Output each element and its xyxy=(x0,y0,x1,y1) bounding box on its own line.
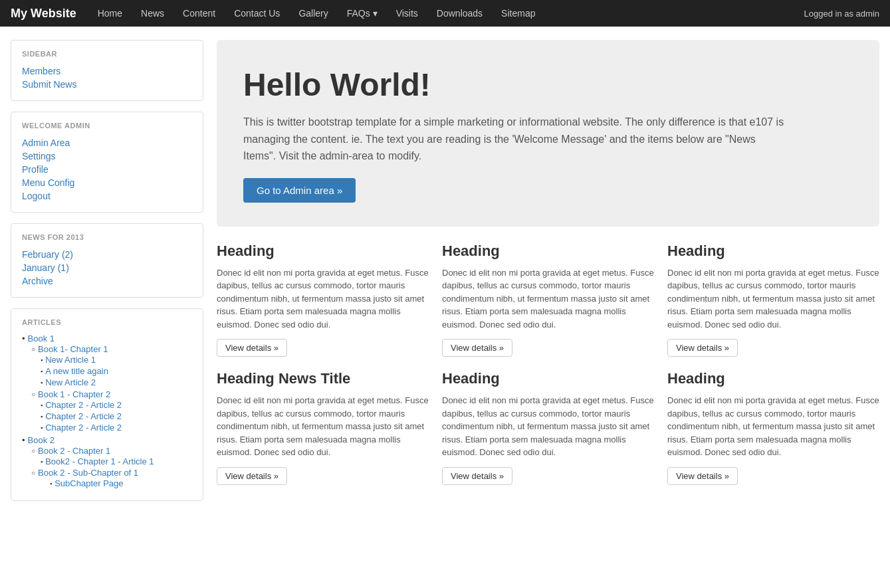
card-1-text: Donec id elit non mi porta gravida at eg… xyxy=(217,266,429,332)
sidebar-link-profile[interactable]: Profile xyxy=(22,163,192,176)
jumbotron: Hello World! This is twitter bootstrap t… xyxy=(217,40,879,227)
page-wrapper: SIDEBAR Members Submit News WELCOME ADMI… xyxy=(0,27,890,514)
tree-chapter-2-1-sub: Book 2 - Sub-Chapter of 1 xyxy=(22,468,192,478)
card-3-text: Donec id elit non mi porta gravida at eg… xyxy=(667,266,879,332)
card-4-text: Donec id elit non mi porta gravida at eg… xyxy=(217,394,429,459)
tree-article-ch2-1: Chapter 2 - Article 2 xyxy=(22,400,192,410)
sidebar-box-news: NEWS FOR 2013 February (2) January (1) A… xyxy=(11,223,203,298)
navbar-brand[interactable]: My Website xyxy=(11,7,76,21)
card-3-heading: Heading xyxy=(667,243,879,260)
tree-chapter-2-1: Book 2 - Chapter 1 xyxy=(22,446,192,456)
nav-item-home[interactable]: Home xyxy=(90,1,130,25)
sidebar-box-title-admin: WELCOME ADMIN xyxy=(22,122,192,130)
jumbotron-heading: Hello World! xyxy=(243,66,853,103)
tree-link-ch2-article-3[interactable]: Chapter 2 - Article 2 xyxy=(45,423,122,433)
card-6-button[interactable]: View details » xyxy=(667,467,738,485)
navbar: My Website Home News Content Contact Us … xyxy=(0,0,890,27)
tree-link-new-title-again[interactable]: A new title again xyxy=(45,366,108,376)
sidebar: SIDEBAR Members Submit News WELCOME ADMI… xyxy=(11,40,203,501)
tree-link-chapter-2-1[interactable]: Book 2 - Chapter 1 xyxy=(38,446,110,456)
tree-book-1: Book 1 xyxy=(22,334,192,343)
card-6-heading: Heading xyxy=(667,370,879,387)
nav-item-contact[interactable]: Contact Us xyxy=(226,1,288,25)
card-1-button[interactable]: View details » xyxy=(217,339,287,357)
jumbotron-description: This is twitter bootstrap template for a… xyxy=(243,114,788,165)
tree-link-chapter-1-2[interactable]: Book 1 - Chapter 2 xyxy=(38,389,110,399)
tree-article-ch2-3: Chapter 2 - Article 2 xyxy=(22,423,192,433)
sidebar-box-title-articles: ARTICLES xyxy=(22,318,192,326)
sidebar-box-sidebar: SIDEBAR Members Submit News xyxy=(11,40,203,101)
nav-item-visits[interactable]: Visits xyxy=(388,1,426,25)
sidebar-link-admin-area[interactable]: Admin Area xyxy=(22,136,192,149)
card-2-button[interactable]: View details » xyxy=(442,339,512,357)
nav-item-faqs[interactable]: FAQs ▾ xyxy=(339,1,386,25)
nav-item-news[interactable]: News xyxy=(133,1,172,25)
content-card-2: Heading Donec id elit non mi porta gravi… xyxy=(442,243,654,357)
tree-article-subchapter: SubChapter Page xyxy=(22,478,192,488)
sidebar-link-settings[interactable]: Settings xyxy=(22,149,192,163)
content-card-1: Heading Donec id elit non mi porta gravi… xyxy=(217,243,429,357)
navbar-nav: Home News Content Contact Us Gallery FAQ… xyxy=(90,1,804,25)
card-5-button[interactable]: View details » xyxy=(442,467,512,485)
card-6-text: Donec id elit non mi porta gravida at eg… xyxy=(667,394,879,459)
dropdown-arrow: ▾ xyxy=(373,8,378,19)
admin-area-button[interactable]: Go to Admin area » xyxy=(243,178,356,203)
tree-link-ch2-article-2[interactable]: Chapter 2 - Article 2 xyxy=(45,411,122,421)
sidebar-link-menu-config[interactable]: Menu Config xyxy=(22,176,192,189)
sidebar-link-members[interactable]: Members xyxy=(22,64,192,78)
card-3-button[interactable]: View details » xyxy=(667,339,738,357)
nav-item-content[interactable]: Content xyxy=(175,1,223,25)
tree-book-2: Book 2 xyxy=(22,435,192,445)
main-content: Hello World! This is twitter bootstrap t… xyxy=(217,40,879,501)
nav-item-gallery[interactable]: Gallery xyxy=(290,1,336,25)
user-status: Logged in as admin xyxy=(804,9,879,19)
sidebar-link-january[interactable]: January (1) xyxy=(22,261,192,274)
tree-article-new2: New Article 2 xyxy=(22,377,192,387)
tree-link-new-article-1[interactable]: New Article 1 xyxy=(45,355,96,365)
card-4-heading: Heading News Title xyxy=(217,370,429,387)
content-card-6: Heading Donec id elit non mi porta gravi… xyxy=(667,370,879,485)
tree-link-sub-chapter[interactable]: Book 2 - Sub-Chapter of 1 xyxy=(38,468,138,478)
sidebar-link-logout[interactable]: Logout xyxy=(22,189,192,203)
tree-link-chapter-1-1[interactable]: Book 1- Chapter 1 xyxy=(38,344,108,354)
card-4-button[interactable]: View details » xyxy=(217,467,287,485)
sidebar-box-title-news: NEWS FOR 2013 xyxy=(22,233,192,241)
sidebar-box-articles: ARTICLES Book 1 Book 1- Chapter 1 New Ar… xyxy=(11,308,203,501)
articles-tree: Book 1 Book 1- Chapter 1 New Article 1 A… xyxy=(22,333,192,491)
tree-article-new-title: A new title again xyxy=(22,366,192,376)
sidebar-link-february[interactable]: February (2) xyxy=(22,248,192,261)
sidebar-link-submit-news[interactable]: Submit News xyxy=(22,78,192,91)
tree-article-new1: New Article 1 xyxy=(22,355,192,365)
tree-article-ch2-2: Chapter 2 - Article 2 xyxy=(22,411,192,421)
card-5-heading: Heading xyxy=(442,370,654,387)
sidebar-link-archive[interactable]: Archive xyxy=(22,274,192,288)
tree-link-book2[interactable]: Book 2 xyxy=(28,435,55,445)
content-card-4: Heading News Title Donec id elit non mi … xyxy=(217,370,429,485)
card-2-heading: Heading xyxy=(442,243,654,260)
tree-link-subchapter-page[interactable]: SubChapter Page xyxy=(55,478,123,488)
sidebar-box-admin: WELCOME ADMIN Admin Area Settings Profil… xyxy=(11,112,203,213)
card-1-heading: Heading xyxy=(217,243,429,260)
tree-article-b2-c1-a1: Book2 - Chapter 1 - Article 1 xyxy=(22,456,192,466)
tree-chapter-1-1: Book 1- Chapter 1 xyxy=(22,344,192,354)
content-grid: Heading Donec id elit non mi porta gravi… xyxy=(217,243,879,485)
nav-item-sitemap[interactable]: Sitemap xyxy=(493,1,543,25)
content-card-5: Heading Donec id elit non mi porta gravi… xyxy=(442,370,654,485)
card-2-text: Donec id elit non mi porta gravida at eg… xyxy=(442,266,654,332)
nav-item-downloads[interactable]: Downloads xyxy=(429,1,491,25)
tree-link-book1[interactable]: Book 1 xyxy=(28,334,55,343)
tree-link-new-article-2[interactable]: New Article 2 xyxy=(45,377,96,387)
card-5-text: Donec id elit non mi porta gravida at eg… xyxy=(442,394,654,459)
tree-chapter-1-2: Book 1 - Chapter 2 xyxy=(22,389,192,399)
content-card-3: Heading Donec id elit non mi porta gravi… xyxy=(667,243,879,357)
tree-link-b2-c1-article-1[interactable]: Book2 - Chapter 1 - Article 1 xyxy=(45,456,154,466)
tree-link-ch2-article-1[interactable]: Chapter 2 - Article 2 xyxy=(45,400,122,410)
sidebar-box-title-sidebar: SIDEBAR xyxy=(22,50,192,58)
